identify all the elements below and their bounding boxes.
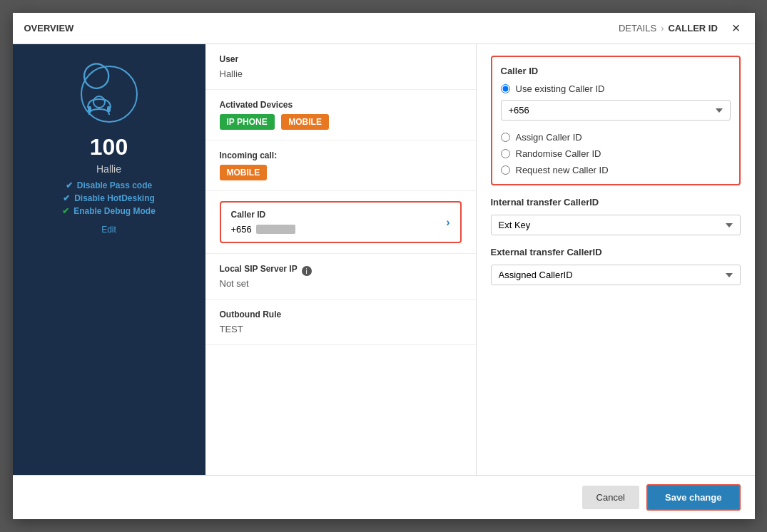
caller-id-section[interactable]: Caller ID +656 ›	[205, 191, 476, 254]
status-label-2: Disable HotDesking	[74, 193, 155, 203]
local-sip-value: Not set	[220, 278, 462, 289]
caller-id-select[interactable]: +656	[501, 100, 731, 121]
breadcrumb-chevron: ›	[661, 23, 664, 34]
internal-transfer-select[interactable]: Ext Key	[491, 215, 741, 235]
activated-devices-section: Activated Devices IP PHONE MOBILE	[205, 90, 476, 140]
internal-transfer-section: Internal transfer CallerID Ext Key	[491, 197, 741, 235]
caller-id-right-title: Caller ID	[501, 66, 731, 76]
status-disable-passcode: ✔ Disable Pass code	[66, 180, 152, 190]
status-label-1: Disable Pass code	[77, 180, 152, 190]
device-badges: IP PHONE MOBILE	[220, 114, 462, 130]
radio-assign[interactable]	[501, 133, 510, 142]
radio-randomise[interactable]	[501, 149, 510, 158]
modal-footer: Cancel Save change	[13, 475, 755, 519]
sidebar: ◯ 100 Hallie ✔ Disable Pass code	[13, 44, 205, 475]
info-icon: i	[302, 266, 312, 276]
caller-id-radio-group: Use existing Caller ID +656 Assign Calle…	[501, 83, 731, 175]
caller-id-label-val: Caller ID +656	[231, 210, 295, 235]
mobile-badge: MOBILE	[281, 114, 329, 130]
close-button[interactable]: ×	[729, 20, 743, 36]
breadcrumb-active: CALLER ID	[668, 23, 717, 34]
check-icon-1: ✔	[66, 180, 73, 190]
radio-assign-label[interactable]: Assign Caller ID	[516, 132, 582, 143]
modal-body: ◯ 100 Hallie ✔ Disable Pass code	[13, 44, 755, 475]
user-section: User Hallie	[205, 44, 476, 90]
external-transfer-select[interactable]: Assigned CallerID	[491, 265, 741, 285]
incoming-call-badge: MOBILE	[220, 165, 268, 180]
modal-header: OVERVIEW DETAILS › CALLER ID ×	[13, 13, 755, 44]
radio-request-new-item[interactable]: Request new Caller ID	[501, 165, 731, 175]
ext-number: 100	[90, 134, 128, 160]
status-enable-debug: ✔ Enable Debug Mode	[62, 206, 156, 216]
ext-name: Hallie	[96, 163, 121, 175]
caller-id-label: Caller ID	[231, 210, 295, 220]
breadcrumb: DETAILS › CALLER ID	[619, 23, 718, 34]
user-value: Hallie	[220, 68, 462, 79]
caller-id-dropdown-row: +656	[501, 100, 731, 121]
caller-id-blurred	[256, 225, 295, 234]
ip-phone-badge: IP PHONE	[220, 114, 275, 130]
outbound-rule-section: Outbound Rule TEST	[205, 300, 476, 345]
right-panel: Caller ID Use existing Caller ID +656	[477, 44, 755, 475]
breadcrumb-details: DETAILS	[619, 23, 656, 34]
internal-transfer-title: Internal transfer CallerID	[491, 197, 741, 208]
chevron-right-icon: ›	[446, 216, 449, 229]
modal: OVERVIEW DETAILS › CALLER ID × ◯	[13, 13, 755, 519]
avatar: ◯	[81, 66, 138, 123]
local-sip-label-row: Local SIP Server IP i	[220, 264, 462, 278]
caller-id-options-box: Caller ID Use existing Caller ID +656	[491, 56, 741, 185]
svg-point-0	[93, 96, 105, 108]
radio-request-new-label[interactable]: Request new Caller ID	[516, 165, 609, 175]
user-avatar-icon: ◯	[82, 59, 136, 130]
middle-panel: User Hallie Activated Devices IP PHONE M…	[205, 44, 477, 475]
outbound-rule-label: Outbound Rule	[220, 310, 462, 319]
radio-assign-item[interactable]: Assign Caller ID	[501, 132, 731, 143]
radio-request-new[interactable]	[501, 165, 510, 175]
radio-randomise-label[interactable]: Randomise Caller ID	[516, 148, 601, 159]
overview-label: OVERVIEW	[24, 23, 619, 34]
radio-use-existing[interactable]	[501, 84, 510, 93]
incoming-call-section: Incoming call: MOBILE	[205, 140, 476, 191]
local-sip-section: Local SIP Server IP i Not set	[205, 254, 476, 300]
status-label-3: Enable Debug Mode	[73, 206, 156, 216]
activated-devices-label: Activated Devices	[220, 100, 462, 110]
external-transfer-title: External transfer CallerID	[491, 247, 741, 257]
radio-use-existing-item[interactable]: Use existing Caller ID	[501, 83, 731, 94]
outbound-rule-value: TEST	[220, 324, 462, 334]
status-disable-hotdesking: ✔ Disable HotDesking	[63, 193, 155, 203]
check-icon-3: ✔	[62, 206, 69, 216]
radio-use-existing-label[interactable]: Use existing Caller ID	[516, 83, 605, 94]
external-transfer-section: External transfer CallerID Assigned Call…	[491, 247, 741, 285]
local-sip-label: Local SIP Server IP	[220, 264, 298, 274]
caller-id-prefix: +656	[231, 224, 252, 235]
edit-link[interactable]: Edit	[101, 225, 116, 235]
cancel-button[interactable]: Cancel	[582, 486, 639, 509]
check-icon-2: ✔	[63, 193, 70, 203]
incoming-call-label: Incoming call:	[220, 150, 462, 160]
caller-id-value-row: +656	[231, 224, 295, 235]
radio-randomise-item[interactable]: Randomise Caller ID	[501, 148, 731, 159]
user-label: User	[220, 54, 462, 64]
save-change-button[interactable]: Save change	[646, 484, 741, 511]
caller-id-row[interactable]: Caller ID +656 ›	[220, 201, 462, 243]
